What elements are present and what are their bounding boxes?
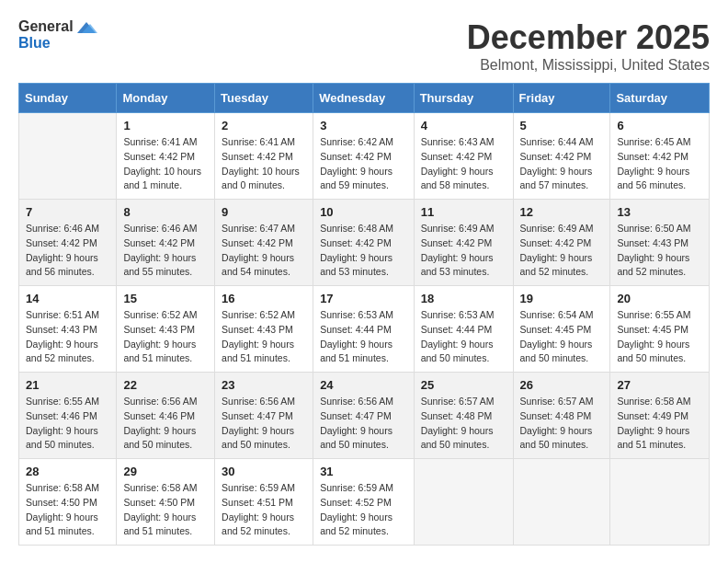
table-row: 2Sunrise: 6:41 AMSunset: 4:42 PMDaylight…: [215, 113, 313, 200]
table-row: 18Sunrise: 6:53 AMSunset: 4:44 PMDayligh…: [414, 286, 513, 373]
table-row: 20Sunrise: 6:55 AMSunset: 4:45 PMDayligh…: [610, 286, 710, 373]
day-number: 2: [222, 119, 306, 132]
day-info: Sunrise: 6:53 AMSunset: 4:44 PMDaylight:…: [421, 308, 506, 366]
calendar-week-3: 14Sunrise: 6:51 AMSunset: 4:43 PMDayligh…: [19, 286, 710, 373]
day-number: 14: [26, 292, 109, 305]
day-number: 15: [123, 292, 208, 305]
calendar-week-2: 7Sunrise: 6:46 AMSunset: 4:42 PMDaylight…: [19, 200, 710, 286]
day-info: Sunrise: 6:46 AMSunset: 4:42 PMDaylight:…: [26, 222, 109, 280]
day-number: 26: [520, 378, 604, 392]
month-title: December 2025: [467, 18, 710, 57]
day-info: Sunrise: 6:59 AMSunset: 4:51 PMDaylight:…: [222, 481, 306, 539]
day-number: 31: [320, 465, 407, 478]
col-monday: Monday: [117, 84, 215, 113]
day-info: Sunrise: 6:53 AMSunset: 4:44 PMDaylight:…: [320, 308, 407, 366]
table-row: 13Sunrise: 6:50 AMSunset: 4:43 PMDayligh…: [610, 200, 710, 286]
day-number: 1: [123, 119, 208, 132]
day-number: 22: [123, 378, 208, 392]
day-number: 5: [520, 119, 604, 132]
day-info: Sunrise: 6:52 AMSunset: 4:43 PMDaylight:…: [123, 308, 208, 366]
day-info: Sunrise: 6:48 AMSunset: 4:42 PMDaylight:…: [320, 222, 407, 280]
table-row: 19Sunrise: 6:54 AMSunset: 4:45 PMDayligh…: [513, 286, 610, 373]
table-row: 16Sunrise: 6:52 AMSunset: 4:43 PMDayligh…: [215, 286, 313, 373]
col-friday: Friday: [513, 84, 610, 113]
day-info: Sunrise: 6:55 AMSunset: 4:46 PMDaylight:…: [26, 395, 109, 453]
day-number: 8: [123, 205, 208, 219]
logo-general: General: [18, 18, 97, 35]
day-info: Sunrise: 6:42 AMSunset: 4:42 PMDaylight:…: [320, 135, 407, 193]
day-number: 28: [26, 465, 109, 478]
calendar-week-4: 21Sunrise: 6:55 AMSunset: 4:46 PMDayligh…: [19, 373, 710, 459]
day-number: 13: [617, 205, 702, 219]
day-info: Sunrise: 6:44 AMSunset: 4:42 PMDaylight:…: [520, 135, 604, 193]
day-number: 3: [320, 119, 407, 132]
day-info: Sunrise: 6:51 AMSunset: 4:43 PMDaylight:…: [26, 308, 109, 366]
day-info: Sunrise: 6:56 AMSunset: 4:47 PMDaylight:…: [222, 395, 306, 453]
day-info: Sunrise: 6:58 AMSunset: 4:50 PMDaylight:…: [123, 481, 208, 539]
day-number: 9: [222, 205, 306, 219]
day-info: Sunrise: 6:45 AMSunset: 4:42 PMDaylight:…: [617, 135, 702, 193]
day-info: Sunrise: 6:57 AMSunset: 4:48 PMDaylight:…: [520, 395, 604, 453]
day-number: 12: [520, 205, 604, 219]
table-row: 29Sunrise: 6:58 AMSunset: 4:50 PMDayligh…: [117, 459, 215, 546]
table-row: 21Sunrise: 6:55 AMSunset: 4:46 PMDayligh…: [19, 373, 117, 459]
table-row: 7Sunrise: 6:46 AMSunset: 4:42 PMDaylight…: [19, 200, 117, 286]
logo-blue: Blue: [18, 35, 51, 52]
day-info: Sunrise: 6:49 AMSunset: 4:42 PMDaylight:…: [421, 222, 506, 280]
table-row: 14Sunrise: 6:51 AMSunset: 4:43 PMDayligh…: [19, 286, 117, 373]
day-number: 20: [617, 292, 702, 305]
calendar-week-1: 1Sunrise: 6:41 AMSunset: 4:42 PMDaylight…: [19, 113, 710, 200]
day-info: Sunrise: 6:58 AMSunset: 4:49 PMDaylight:…: [617, 395, 702, 453]
day-number: 17: [320, 292, 407, 305]
day-number: 24: [320, 378, 407, 392]
day-number: 18: [421, 292, 506, 305]
table-row: [19, 113, 117, 200]
day-number: 27: [617, 378, 702, 392]
table-row: 1Sunrise: 6:41 AMSunset: 4:42 PMDaylight…: [117, 113, 215, 200]
table-row: 12Sunrise: 6:49 AMSunset: 4:42 PMDayligh…: [513, 200, 610, 286]
table-row: 24Sunrise: 6:56 AMSunset: 4:47 PMDayligh…: [313, 373, 415, 459]
table-row: 17Sunrise: 6:53 AMSunset: 4:44 PMDayligh…: [313, 286, 415, 373]
day-number: 23: [222, 378, 306, 392]
calendar-header-row: Sunday Monday Tuesday Wednesday Thursday…: [19, 84, 710, 113]
day-info: Sunrise: 6:43 AMSunset: 4:42 PMDaylight:…: [421, 135, 506, 193]
day-info: Sunrise: 6:52 AMSunset: 4:43 PMDaylight:…: [222, 308, 306, 366]
table-row: 5Sunrise: 6:44 AMSunset: 4:42 PMDaylight…: [513, 113, 610, 200]
page-header: General Blue December 2025 Belmont, Miss…: [18, 18, 710, 74]
day-info: Sunrise: 6:56 AMSunset: 4:47 PMDaylight:…: [320, 395, 407, 453]
day-info: Sunrise: 6:59 AMSunset: 4:52 PMDaylight:…: [320, 481, 407, 539]
day-info: Sunrise: 6:41 AMSunset: 4:42 PMDaylight:…: [123, 135, 208, 193]
table-row: 3Sunrise: 6:42 AMSunset: 4:42 PMDaylight…: [313, 113, 415, 200]
day-info: Sunrise: 6:56 AMSunset: 4:46 PMDaylight:…: [123, 395, 208, 453]
table-row: 28Sunrise: 6:58 AMSunset: 4:50 PMDayligh…: [19, 459, 117, 546]
day-info: Sunrise: 6:54 AMSunset: 4:45 PMDaylight:…: [520, 308, 604, 366]
table-row: 26Sunrise: 6:57 AMSunset: 4:48 PMDayligh…: [513, 373, 610, 459]
day-number: 4: [421, 119, 506, 132]
table-row: 25Sunrise: 6:57 AMSunset: 4:48 PMDayligh…: [414, 373, 513, 459]
day-number: 6: [617, 119, 702, 132]
day-number: 19: [520, 292, 604, 305]
col-thursday: Thursday: [414, 84, 513, 113]
day-info: Sunrise: 6:41 AMSunset: 4:42 PMDaylight:…: [222, 135, 306, 193]
day-info: Sunrise: 6:49 AMSunset: 4:42 PMDaylight:…: [520, 222, 604, 280]
day-number: 25: [421, 378, 506, 392]
day-number: 11: [421, 205, 506, 219]
table-row: 6Sunrise: 6:45 AMSunset: 4:42 PMDaylight…: [610, 113, 710, 200]
table-row: 4Sunrise: 6:43 AMSunset: 4:42 PMDaylight…: [414, 113, 513, 200]
day-info: Sunrise: 6:58 AMSunset: 4:50 PMDaylight:…: [26, 481, 109, 539]
col-sunday: Sunday: [19, 84, 117, 113]
location: Belmont, Mississippi, United States: [467, 57, 710, 74]
table-row: 22Sunrise: 6:56 AMSunset: 4:46 PMDayligh…: [117, 373, 215, 459]
day-number: 10: [320, 205, 407, 219]
day-number: 29: [123, 465, 208, 478]
col-wednesday: Wednesday: [313, 84, 415, 113]
title-area: December 2025 Belmont, Mississippi, Unit…: [467, 18, 710, 74]
table-row: 8Sunrise: 6:46 AMSunset: 4:42 PMDaylight…: [117, 200, 215, 286]
table-row: 10Sunrise: 6:48 AMSunset: 4:42 PMDayligh…: [313, 200, 415, 286]
day-info: Sunrise: 6:55 AMSunset: 4:45 PMDaylight:…: [617, 308, 702, 366]
col-tuesday: Tuesday: [215, 84, 313, 113]
day-number: 30: [222, 465, 306, 478]
table-row: [610, 459, 710, 546]
logo: General Blue: [18, 18, 97, 51]
table-row: [513, 459, 610, 546]
